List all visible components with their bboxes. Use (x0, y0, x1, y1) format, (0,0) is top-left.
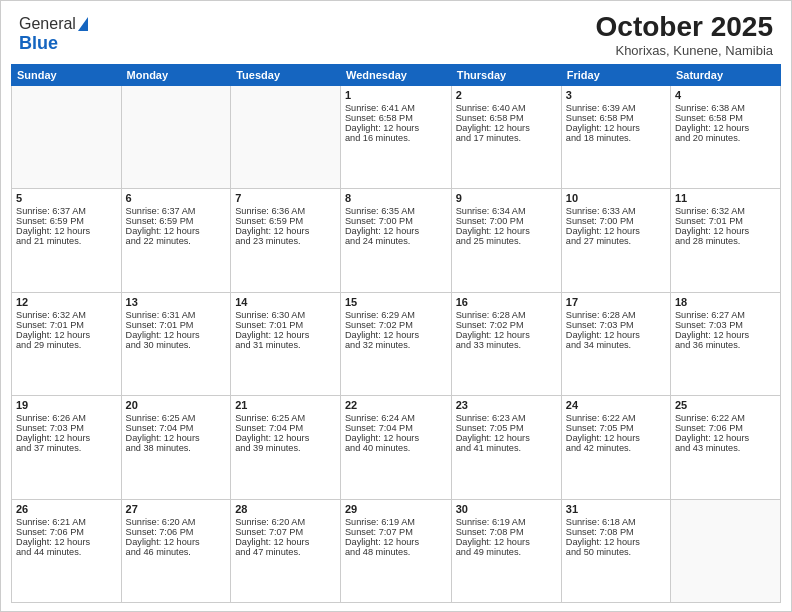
day-info: and 21 minutes. (16, 236, 117, 246)
day-info: and 28 minutes. (675, 236, 776, 246)
day-header-monday: Monday (121, 65, 231, 86)
calendar-cell: 22Sunrise: 6:24 AMSunset: 7:04 PMDayligh… (340, 396, 451, 499)
day-info: and 25 minutes. (456, 236, 557, 246)
calendar-week-row: 12Sunrise: 6:32 AMSunset: 7:01 PMDayligh… (12, 292, 781, 395)
day-info: Daylight: 12 hours (456, 330, 557, 340)
calendar-table: SundayMondayTuesdayWednesdayThursdayFrid… (11, 64, 781, 603)
calendar-cell: 13Sunrise: 6:31 AMSunset: 7:01 PMDayligh… (121, 292, 231, 395)
day-info: Daylight: 12 hours (456, 226, 557, 236)
day-info: Sunrise: 6:25 AM (235, 413, 336, 423)
day-info: Sunset: 7:01 PM (126, 320, 227, 330)
day-info: Daylight: 12 hours (566, 226, 666, 236)
day-header-wednesday: Wednesday (340, 65, 451, 86)
day-info: and 49 minutes. (456, 547, 557, 557)
day-info: Sunset: 7:01 PM (235, 320, 336, 330)
day-number: 14 (235, 296, 336, 308)
calendar-cell (121, 86, 231, 189)
calendar-week-row: 5Sunrise: 6:37 AMSunset: 6:59 PMDaylight… (12, 189, 781, 292)
day-info: Sunset: 7:03 PM (16, 423, 117, 433)
day-info: Sunset: 6:59 PM (235, 216, 336, 226)
day-info: Sunset: 7:02 PM (456, 320, 557, 330)
calendar-page: General Blue October 2025 Khorixas, Kune… (0, 0, 792, 612)
day-info: Daylight: 12 hours (675, 226, 776, 236)
day-info: and 17 minutes. (456, 133, 557, 143)
day-info: and 29 minutes. (16, 340, 117, 350)
day-info: Sunrise: 6:40 AM (456, 103, 557, 113)
day-info: and 18 minutes. (566, 133, 666, 143)
day-info: Sunrise: 6:22 AM (675, 413, 776, 423)
day-number: 15 (345, 296, 447, 308)
day-number: 28 (235, 503, 336, 515)
day-info: Daylight: 12 hours (235, 330, 336, 340)
day-info: and 23 minutes. (235, 236, 336, 246)
calendar-cell: 1Sunrise: 6:41 AMSunset: 6:58 PMDaylight… (340, 86, 451, 189)
day-number: 3 (566, 89, 666, 101)
month-year-title: October 2025 (596, 11, 773, 43)
calendar-cell: 11Sunrise: 6:32 AMSunset: 7:01 PMDayligh… (670, 189, 780, 292)
day-info: Daylight: 12 hours (235, 433, 336, 443)
day-number: 21 (235, 399, 336, 411)
day-info: Sunrise: 6:39 AM (566, 103, 666, 113)
calendar-cell: 27Sunrise: 6:20 AMSunset: 7:06 PMDayligh… (121, 499, 231, 602)
calendar-cell: 3Sunrise: 6:39 AMSunset: 6:58 PMDaylight… (561, 86, 670, 189)
day-info: and 16 minutes. (345, 133, 447, 143)
day-info: Sunset: 6:58 PM (456, 113, 557, 123)
day-info: Sunset: 7:00 PM (566, 216, 666, 226)
calendar-cell: 18Sunrise: 6:27 AMSunset: 7:03 PMDayligh… (670, 292, 780, 395)
day-info: Sunset: 7:06 PM (16, 527, 117, 537)
day-number: 30 (456, 503, 557, 515)
day-info: Sunrise: 6:19 AM (345, 517, 447, 527)
calendar-cell: 30Sunrise: 6:19 AMSunset: 7:08 PMDayligh… (451, 499, 561, 602)
calendar-cell: 29Sunrise: 6:19 AMSunset: 7:07 PMDayligh… (340, 499, 451, 602)
day-info: Sunset: 7:04 PM (126, 423, 227, 433)
calendar-week-row: 19Sunrise: 6:26 AMSunset: 7:03 PMDayligh… (12, 396, 781, 499)
day-info: Daylight: 12 hours (126, 226, 227, 236)
day-number: 20 (126, 399, 227, 411)
calendar-cell: 2Sunrise: 6:40 AMSunset: 6:58 PMDaylight… (451, 86, 561, 189)
day-info: and 50 minutes. (566, 547, 666, 557)
day-number: 4 (675, 89, 776, 101)
calendar-cell: 6Sunrise: 6:37 AMSunset: 6:59 PMDaylight… (121, 189, 231, 292)
day-number: 31 (566, 503, 666, 515)
day-info: Daylight: 12 hours (345, 226, 447, 236)
logo: General Blue (19, 15, 88, 54)
calendar-cell: 23Sunrise: 6:23 AMSunset: 7:05 PMDayligh… (451, 396, 561, 499)
day-info: Daylight: 12 hours (16, 330, 117, 340)
day-info: Daylight: 12 hours (345, 330, 447, 340)
day-info: Daylight: 12 hours (566, 537, 666, 547)
day-number: 16 (456, 296, 557, 308)
calendar-cell: 15Sunrise: 6:29 AMSunset: 7:02 PMDayligh… (340, 292, 451, 395)
calendar-cell (670, 499, 780, 602)
logo-triangle-icon (78, 17, 88, 31)
day-info: Sunrise: 6:20 AM (126, 517, 227, 527)
calendar-cell: 14Sunrise: 6:30 AMSunset: 7:01 PMDayligh… (231, 292, 341, 395)
day-number: 22 (345, 399, 447, 411)
day-number: 7 (235, 192, 336, 204)
day-info: Daylight: 12 hours (566, 330, 666, 340)
day-header-friday: Friday (561, 65, 670, 86)
day-info: Sunrise: 6:38 AM (675, 103, 776, 113)
calendar-cell: 4Sunrise: 6:38 AMSunset: 6:58 PMDaylight… (670, 86, 780, 189)
day-info: and 40 minutes. (345, 443, 447, 453)
day-info: Sunset: 6:59 PM (126, 216, 227, 226)
day-info: Sunrise: 6:34 AM (456, 206, 557, 216)
calendar-cell: 31Sunrise: 6:18 AMSunset: 7:08 PMDayligh… (561, 499, 670, 602)
day-info: Sunset: 7:00 PM (345, 216, 447, 226)
day-number: 26 (16, 503, 117, 515)
day-info: Sunrise: 6:32 AM (675, 206, 776, 216)
day-info: and 44 minutes. (16, 547, 117, 557)
day-header-sunday: Sunday (12, 65, 122, 86)
day-info: and 22 minutes. (126, 236, 227, 246)
day-info: and 43 minutes. (675, 443, 776, 453)
day-info: Sunrise: 6:36 AM (235, 206, 336, 216)
day-info: Sunrise: 6:24 AM (345, 413, 447, 423)
day-info: Sunset: 6:59 PM (16, 216, 117, 226)
day-info: Sunset: 7:04 PM (345, 423, 447, 433)
day-info: and 32 minutes. (345, 340, 447, 350)
day-number: 13 (126, 296, 227, 308)
day-number: 5 (16, 192, 117, 204)
day-info: and 20 minutes. (675, 133, 776, 143)
day-info: Daylight: 12 hours (675, 123, 776, 133)
day-info: Daylight: 12 hours (235, 537, 336, 547)
day-number: 11 (675, 192, 776, 204)
